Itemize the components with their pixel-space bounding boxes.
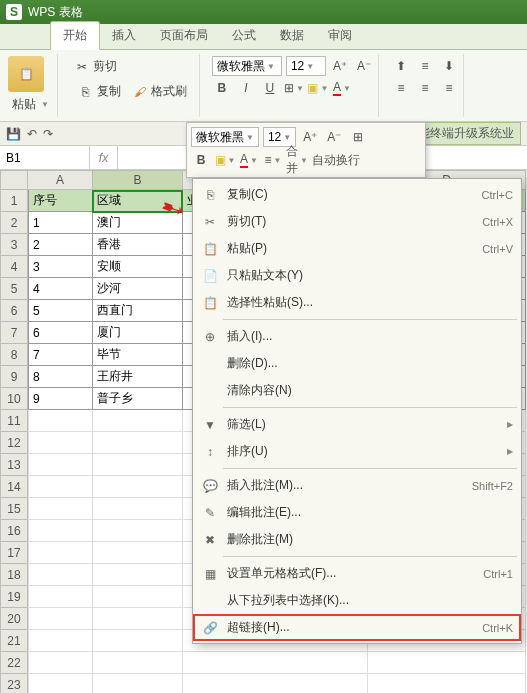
select-all-corner[interactable] <box>0 170 28 190</box>
bold-button[interactable]: B <box>212 78 232 98</box>
cell[interactable] <box>28 608 93 630</box>
ctx-sort[interactable]: ↕排序(U)▶ <box>193 438 521 465</box>
ctx-cut[interactable]: ✂剪切(T)Ctrl+X <box>193 208 521 235</box>
ctx-format[interactable]: ▦设置单元格格式(F)...Ctrl+1 <box>193 560 521 587</box>
cell[interactable]: 1 <box>28 212 93 234</box>
cell[interactable] <box>93 476 183 498</box>
cell[interactable] <box>28 674 93 693</box>
mini-merge-button[interactable]: 合并▼ <box>287 150 307 170</box>
row-header[interactable]: 15 <box>0 498 28 520</box>
row-header[interactable]: 5 <box>0 278 28 300</box>
ctx-item[interactable]: 清除内容(N) <box>193 377 521 404</box>
font-color-button[interactable]: A▼ <box>332 78 352 98</box>
cell[interactable] <box>28 454 93 476</box>
tab-review[interactable]: 审阅 <box>316 22 364 49</box>
row-header[interactable]: 17 <box>0 542 28 564</box>
cell[interactable]: 香港 <box>93 234 183 256</box>
ctx-pastetext[interactable]: 📄只粘贴文本(Y) <box>193 262 521 289</box>
qat-save-icon[interactable]: 💾 <box>6 127 21 141</box>
cell[interactable] <box>93 608 183 630</box>
copy-button[interactable]: ⎘复制 <box>74 81 125 102</box>
row-header[interactable]: 3 <box>0 234 28 256</box>
fx-icon[interactable]: fx <box>90 146 118 169</box>
cell[interactable]: 安顺 <box>93 256 183 278</box>
align-left-icon[interactable]: ≡ <box>391 78 411 98</box>
row-header[interactable]: 21 <box>0 630 28 652</box>
cell[interactable]: 普子乡 <box>93 388 183 410</box>
row-header[interactable]: 12 <box>0 432 28 454</box>
mini-font-select[interactable]: 微软雅黑▼ <box>191 127 259 147</box>
border-button[interactable]: ⊞▼ <box>284 78 304 98</box>
cell[interactable] <box>93 674 183 693</box>
row-header[interactable]: 6 <box>0 300 28 322</box>
row-header[interactable]: 8 <box>0 344 28 366</box>
row-header[interactable]: 23 <box>0 674 28 693</box>
paste-button[interactable]: 粘贴▼ <box>8 94 53 115</box>
align-center-icon[interactable]: ≡ <box>415 78 435 98</box>
cell[interactable] <box>28 432 93 454</box>
ctx-item[interactable]: 从下拉列表中选择(K)... <box>193 587 521 614</box>
tab-formula[interactable]: 公式 <box>220 22 268 49</box>
paste-icon[interactable]: 📋 <box>8 56 44 92</box>
font-size-select[interactable]: 12▼ <box>286 56 326 76</box>
ctx-comment[interactable]: 💬插入批注(M)...Shift+F2 <box>193 472 521 499</box>
cell[interactable] <box>93 410 183 432</box>
cell[interactable] <box>28 630 93 652</box>
align-top-icon[interactable]: ⬆ <box>391 56 411 76</box>
tab-data[interactable]: 数据 <box>268 22 316 49</box>
cell[interactable] <box>28 520 93 542</box>
format-painter-button[interactable]: 🖌格式刷 <box>128 81 191 102</box>
qat-undo-icon[interactable]: ↶ <box>27 127 37 141</box>
col-header-b[interactable]: B <box>93 170 183 190</box>
align-middle-icon[interactable]: ≡ <box>415 56 435 76</box>
cell[interactable]: 9 <box>28 388 93 410</box>
mini-align-icon[interactable]: ≡▼ <box>263 150 283 170</box>
cell[interactable]: 毕节 <box>93 344 183 366</box>
cell[interactable] <box>93 564 183 586</box>
mini-fill-icon[interactable]: ▣▼ <box>215 150 235 170</box>
cell[interactable] <box>28 586 93 608</box>
tab-insert[interactable]: 插入 <box>100 22 148 49</box>
cell[interactable]: 8 <box>28 366 93 388</box>
col-header-a[interactable]: A <box>28 170 93 190</box>
tab-layout[interactable]: 页面布局 <box>148 22 220 49</box>
cell[interactable]: 区域 <box>93 190 183 212</box>
cut-button[interactable]: ✂剪切 <box>70 56 195 77</box>
cell[interactable] <box>28 542 93 564</box>
qat-redo-icon[interactable]: ↷ <box>43 127 53 141</box>
ctx-editcomment[interactable]: ✎编辑批注(E)... <box>193 499 521 526</box>
mini-increase-font-icon[interactable]: A⁺ <box>300 127 320 147</box>
name-box[interactable]: B1 <box>0 146 90 169</box>
cell[interactable]: 4 <box>28 278 93 300</box>
mini-border-icon[interactable]: ⊞ <box>348 127 368 147</box>
cell[interactable]: 2 <box>28 234 93 256</box>
cell[interactable]: 厦门 <box>93 322 183 344</box>
cell[interactable] <box>183 652 368 674</box>
mini-bold-icon[interactable]: B <box>191 150 211 170</box>
cell[interactable] <box>28 410 93 432</box>
font-family-select[interactable]: 微软雅黑▼ <box>212 56 282 76</box>
ctx-pastespecial[interactable]: 📋选择性粘贴(S)... <box>193 289 521 316</box>
ctx-filter[interactable]: ▼筛选(L)▶ <box>193 411 521 438</box>
cell[interactable]: 3 <box>28 256 93 278</box>
ctx-copy[interactable]: ⎘复制(C)Ctrl+C <box>193 181 521 208</box>
ctx-insert[interactable]: ⊕插入(I)... <box>193 323 521 350</box>
increase-font-icon[interactable]: A⁺ <box>330 56 350 76</box>
mini-fontcolor-icon[interactable]: A▼ <box>239 150 259 170</box>
row-header[interactable]: 2 <box>0 212 28 234</box>
row-header[interactable]: 10 <box>0 388 28 410</box>
cell[interactable]: 西直门 <box>93 300 183 322</box>
cell[interactable] <box>368 652 526 674</box>
cell[interactable] <box>93 630 183 652</box>
align-right-icon[interactable]: ≡ <box>439 78 459 98</box>
cell[interactable] <box>93 432 183 454</box>
ctx-delcomment[interactable]: ✖删除批注(M) <box>193 526 521 553</box>
cell[interactable]: 5 <box>28 300 93 322</box>
cell[interactable] <box>93 586 183 608</box>
row-header[interactable]: 22 <box>0 652 28 674</box>
cell[interactable] <box>28 652 93 674</box>
row-header[interactable]: 16 <box>0 520 28 542</box>
cell[interactable] <box>183 674 368 693</box>
fill-color-button[interactable]: ▣▼ <box>308 78 328 98</box>
mini-decrease-font-icon[interactable]: A⁻ <box>324 127 344 147</box>
